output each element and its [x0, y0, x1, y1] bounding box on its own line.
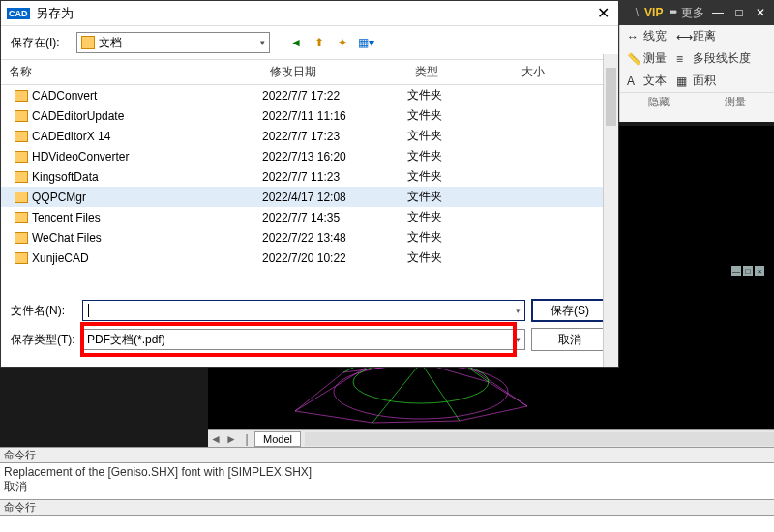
tab-next-icon[interactable]: ►: [223, 432, 239, 446]
file-name: XunjieCAD: [32, 251, 89, 265]
folder-icon: [15, 171, 28, 183]
folder-icon: [15, 151, 28, 163]
save-in-dropdown[interactable]: 文档 ▾: [76, 32, 270, 53]
file-date: 2022/4/17 12:08: [262, 191, 407, 204]
file-date: 2022/7/7 17:22: [262, 89, 407, 103]
vertical-scrollbar[interactable]: [603, 59, 618, 287]
horizontal-scrollbar[interactable]: [305, 432, 774, 446]
ribbon-label: 距离: [693, 28, 716, 44]
file-type: 文件夹: [407, 168, 514, 185]
folder-icon: [15, 212, 28, 223]
app-topbar: \ VIP ••• 更多 — □ ✕: [619, 0, 774, 25]
file-name: Tencent Files: [32, 211, 101, 224]
filename-label: 文件名(N):: [11, 303, 76, 319]
folder-icon: [15, 110, 28, 122]
file-name: KingsoftData: [32, 170, 99, 184]
file-type: 文件夹: [407, 250, 514, 266]
distance-icon: ⟷: [676, 30, 690, 44]
col-type[interactable]: 类型: [407, 60, 514, 84]
ribbon-area[interactable]: ▦面积: [673, 72, 719, 90]
filetype-dropdown[interactable]: PDF文档(*.pdf)▾: [82, 329, 525, 350]
chevron-down-icon[interactable]: ▾: [516, 306, 521, 315]
tab-sep: |: [239, 432, 254, 446]
folder-icon: [15, 252, 28, 264]
col-date[interactable]: 修改日期: [262, 60, 407, 84]
file-name: QQPCMgr: [32, 191, 86, 204]
dialog-toolbar: 保存在(I): 文档 ▾ ◄ ⬆ ✦ ▦▾: [1, 26, 618, 59]
cad-badge-icon: CAD: [7, 8, 30, 19]
text-cursor: [88, 304, 89, 317]
file-date: 2022/7/11 11:16: [262, 109, 407, 123]
file-type: 文件夹: [407, 87, 514, 103]
folder-icon: [81, 36, 95, 49]
file-list[interactable]: 名称 修改日期 类型 大小 CADConvert2022/7/7 17:22文件…: [1, 59, 618, 287]
file-name: CADEditorX 14: [32, 130, 110, 143]
more-icon[interactable]: •••: [669, 6, 675, 19]
ribbon-text[interactable]: A文本: [624, 72, 670, 90]
col-size[interactable]: 大小: [514, 60, 581, 84]
view-menu-icon[interactable]: ▦▾: [357, 34, 374, 51]
file-row[interactable]: CADEditorUpdate2022/7/11 11:16文件夹: [1, 105, 618, 126]
polyline-icon: ≡: [676, 52, 690, 66]
ribbon-panel: ↔线宽 ⟷距离 📏测量 ≡多段线长度 A文本 ▦面积 隐藏 测量: [619, 25, 774, 122]
command-input[interactable]: [0, 515, 774, 532]
ribbon-polyline[interactable]: ≡多段线长度: [673, 49, 754, 68]
model-tab[interactable]: Model: [254, 431, 301, 447]
file-date: 2022/7/7 17:23: [262, 130, 407, 143]
inner-close-icon[interactable]: ×: [755, 266, 764, 276]
file-date: 2022/7/20 10:22: [262, 251, 407, 265]
filetype-value: PDF文档(*.pdf): [87, 332, 165, 348]
file-row[interactable]: CADConvert2022/7/7 17:22文件夹: [1, 85, 618, 105]
file-name: HDVideoConverter: [32, 150, 130, 163]
cancel-button[interactable]: 取消: [531, 328, 609, 351]
ribbon-measure[interactable]: 📏测量: [624, 49, 670, 68]
inner-window-controls: — □ ×: [731, 266, 766, 280]
vip-label: \: [636, 6, 639, 19]
file-row[interactable]: KingsoftData2022/7/7 11:23文件夹: [1, 166, 618, 187]
file-row[interactable]: CADEditorX 142022/7/7 17:23文件夹: [1, 126, 618, 146]
close-icon[interactable]: ✕: [753, 5, 768, 20]
ribbon-linewidth[interactable]: ↔线宽: [624, 27, 670, 45]
ribbon-label: 线宽: [643, 28, 667, 44]
save-button[interactable]: 保存(S): [531, 299, 609, 322]
minimize-icon[interactable]: —: [710, 5, 726, 20]
file-row[interactable]: HDVideoConverter2022/7/13 16:20文件夹: [1, 146, 618, 166]
vip-badge[interactable]: VIP: [644, 6, 663, 19]
inner-min-icon[interactable]: —: [731, 266, 741, 276]
file-date: 2022/7/7 14:35: [262, 211, 407, 224]
maximize-icon[interactable]: □: [731, 5, 747, 20]
dialog-close-icon[interactable]: ✕: [593, 4, 612, 23]
scrollbar-thumb[interactable]: [606, 68, 616, 126]
up-icon[interactable]: ⬆: [311, 34, 328, 51]
file-list-header: 名称 修改日期 类型 大小: [1, 60, 618, 85]
command-line-label2: 命令行: [0, 499, 774, 515]
folder-icon: [15, 131, 28, 142]
back-icon[interactable]: ◄: [287, 34, 305, 51]
more-label[interactable]: 更多: [681, 5, 704, 21]
cmd-out-line: 取消: [4, 479, 770, 495]
filename-input[interactable]: ▾: [82, 300, 525, 321]
col-name[interactable]: 名称: [1, 60, 262, 84]
file-name: WeChat Files: [32, 231, 102, 245]
file-row[interactable]: WeChat Files2022/7/22 13:48文件夹: [1, 227, 618, 248]
chevron-down-icon[interactable]: ▾: [516, 335, 521, 344]
file-type: 文件夹: [407, 107, 514, 124]
folder-icon: [15, 232, 28, 244]
ribbon-label: 测量: [643, 50, 667, 67]
dialog-titlebar: CAD 另存为 ✕: [1, 1, 618, 26]
file-row[interactable]: QQPCMgr2022/4/17 12:08文件夹: [1, 187, 618, 207]
filetype-label: 保存类型(T):: [11, 332, 76, 348]
file-row[interactable]: XunjieCAD2022/7/20 10:22文件夹: [1, 248, 618, 268]
tab-prev-icon[interactable]: ◄: [208, 432, 223, 446]
area-icon: ▦: [676, 74, 690, 88]
file-date: 2022/7/13 16:20: [262, 150, 407, 163]
file-type: 文件夹: [407, 189, 514, 205]
ribbon-group-measure: 测量: [698, 92, 775, 111]
file-row[interactable]: Tencent Files2022/7/7 14:35文件夹: [1, 207, 618, 227]
save-in-label: 保存在(I):: [11, 35, 69, 51]
inner-max-icon[interactable]: □: [743, 266, 753, 276]
file-date: 2022/7/22 13:48: [262, 231, 407, 245]
new-folder-icon[interactable]: ✦: [334, 34, 351, 51]
ribbon-distance[interactable]: ⟷距离: [673, 27, 719, 45]
file-name: CADConvert: [32, 89, 97, 103]
